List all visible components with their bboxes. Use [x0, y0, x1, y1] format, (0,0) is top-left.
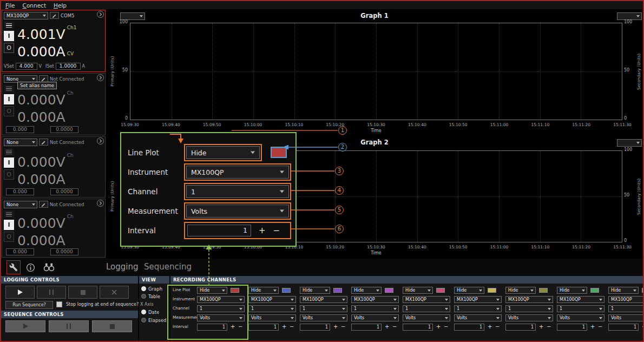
- instrument-dropdown[interactable]: MX100QP: [197, 296, 245, 303]
- instrument-model-dropdown[interactable]: MX100QP: [4, 12, 48, 19]
- x-axis-date-radio[interactable]: [141, 310, 146, 314]
- line-plot-dropdown[interactable]: Hide: [403, 287, 433, 294]
- measurement-dropdown[interactable]: Volts: [608, 314, 643, 321]
- plot-area[interactable]: [130, 23, 622, 120]
- info-button[interactable]: [26, 263, 35, 274]
- interval-decrement-button[interactable]: −: [273, 225, 280, 236]
- line-plot-dropdown[interactable]: Hide: [557, 287, 587, 294]
- instrument-dropdown[interactable]: MX100QP: [300, 296, 347, 303]
- trace-color-swatch[interactable]: [333, 288, 342, 293]
- instrument-dropdown[interactable]: MX100QP: [403, 296, 450, 303]
- channel-dropdown[interactable]: 1: [186, 185, 289, 198]
- interval-decrement-button[interactable]: −: [598, 324, 602, 330]
- output-on-button[interactable]: I: [4, 220, 14, 230]
- measurement-dropdown[interactable]: Volts: [454, 314, 502, 321]
- interval-input[interactable]: 1: [351, 324, 382, 331]
- instrument-dropdown[interactable]: MX100QP: [351, 296, 399, 303]
- interval-increment-button[interactable]: +: [436, 324, 441, 330]
- interval-input[interactable]: 1: [454, 324, 484, 331]
- interval-decrement-button[interactable]: −: [341, 324, 345, 330]
- instrument-dropdown[interactable]: MX100QP: [505, 296, 553, 303]
- sequence-stop-button[interactable]: [92, 320, 132, 332]
- interval-increment-button[interactable]: +: [539, 324, 543, 330]
- interval-input[interactable]: 1: [300, 324, 330, 331]
- channel-menu-button[interactable]: [4, 85, 14, 93]
- iset-input[interactable]: 0.0000: [50, 248, 78, 255]
- graph-trace-dropdown-right[interactable]: [617, 12, 642, 20]
- vset-input[interactable]: 0.000: [6, 248, 34, 255]
- interval-decrement-button[interactable]: −: [290, 324, 294, 330]
- interval-increment-button[interactable]: +: [590, 324, 595, 330]
- line-plot-dropdown[interactable]: Hide: [505, 287, 536, 294]
- search-button[interactable]: [43, 262, 55, 274]
- output-off-button[interactable]: O: [4, 232, 14, 242]
- edit-alias-button[interactable]: [39, 201, 48, 208]
- tools-button[interactable]: [6, 260, 21, 274]
- output-off-button[interactable]: O: [4, 43, 14, 53]
- measurement-dropdown[interactable]: Volts: [248, 314, 296, 321]
- x-axis-elapsed-radio[interactable]: [141, 318, 146, 323]
- line-plot-dropdown[interactable]: Hide: [300, 287, 330, 294]
- instrument-dropdown[interactable]: MX100QP: [454, 296, 502, 303]
- expand-panel-button[interactable]: [97, 74, 104, 81]
- tab-logging[interactable]: Logging: [106, 262, 139, 272]
- graph-trace-dropdown-right[interactable]: [617, 139, 642, 147]
- stop-logging-checkbox[interactable]: [56, 301, 62, 307]
- log-pause-button[interactable]: [37, 286, 66, 299]
- interval-input[interactable]: 1: [608, 324, 639, 331]
- line-plot-dropdown[interactable]: Hide: [197, 287, 227, 294]
- channel-menu-button[interactable]: [4, 211, 14, 218]
- measurement-dropdown[interactable]: Volts: [403, 314, 450, 321]
- channel-menu-button[interactable]: [4, 22, 14, 29]
- expand-panel-button[interactable]: [97, 11, 104, 18]
- tab-sequencing[interactable]: Sequencing: [144, 262, 192, 272]
- interval-increment-button[interactable]: +: [333, 324, 338, 330]
- menu-file[interactable]: File: [5, 2, 15, 9]
- interval-input[interactable]: 1: [403, 324, 433, 331]
- run-sequence-button[interactable]: Run Sequence?: [5, 301, 53, 309]
- output-off-button[interactable]: O: [4, 106, 14, 116]
- trace-color-swatch[interactable]: [539, 288, 548, 293]
- log-stop-button[interactable]: [68, 286, 97, 299]
- interval-input[interactable]: 1: [557, 324, 587, 331]
- interval-increment-button[interactable]: +: [282, 324, 286, 330]
- interval-input[interactable]: 1: [197, 324, 227, 331]
- edit-alias-button[interactable]: [39, 139, 48, 146]
- iset-input[interactable]: 1.0000: [56, 63, 81, 70]
- line-plot-dropdown[interactable]: Hide: [351, 287, 382, 294]
- trace-color-swatch[interactable]: [271, 147, 287, 158]
- log-start-button[interactable]: [5, 286, 35, 299]
- output-on-button[interactable]: I: [4, 157, 14, 168]
- trace-color-swatch[interactable]: [282, 288, 291, 293]
- measurement-dropdown[interactable]: Volts: [351, 314, 399, 321]
- interval-increment-button[interactable]: +: [259, 225, 266, 236]
- instrument-model-dropdown[interactable]: None: [4, 139, 37, 146]
- iset-input[interactable]: 0.0000: [50, 188, 78, 195]
- interval-increment-button[interactable]: +: [231, 324, 235, 330]
- interval-increment-button[interactable]: +: [385, 324, 389, 330]
- vset-input[interactable]: 0.000: [6, 188, 34, 195]
- instrument-dropdown[interactable]: MX100QP: [608, 296, 643, 303]
- interval-decrement-button[interactable]: −: [392, 324, 397, 330]
- channel-dropdown[interactable]: 1: [557, 305, 604, 312]
- measurement-dropdown[interactable]: Volts: [186, 205, 289, 218]
- edit-alias-button[interactable]: [50, 12, 59, 19]
- interval-decrement-button[interactable]: −: [547, 324, 551, 330]
- view-graph-radio[interactable]: [141, 286, 146, 291]
- instrument-model-dropdown[interactable]: None: [4, 201, 37, 208]
- measurement-dropdown[interactable]: Volts: [197, 314, 245, 321]
- instrument-dropdown[interactable]: MX100QP: [186, 166, 289, 179]
- view-table-radio[interactable]: [141, 294, 146, 299]
- channel-dropdown[interactable]: 1: [454, 305, 502, 312]
- output-on-button[interactable]: I: [4, 94, 14, 104]
- trace-color-swatch[interactable]: [642, 288, 643, 293]
- sequence-start-button[interactable]: [5, 320, 45, 332]
- interval-decrement-button[interactable]: −: [444, 324, 448, 330]
- expand-panel-button[interactable]: [97, 200, 104, 207]
- menu-help[interactable]: Help: [54, 2, 67, 9]
- line-plot-dropdown[interactable]: Hide: [608, 287, 639, 294]
- interval-input[interactable]: 1: [187, 225, 251, 236]
- trace-color-swatch[interactable]: [590, 288, 599, 293]
- sequence-pause-button[interactable]: [49, 320, 89, 332]
- interval-decrement-button[interactable]: −: [238, 324, 242, 330]
